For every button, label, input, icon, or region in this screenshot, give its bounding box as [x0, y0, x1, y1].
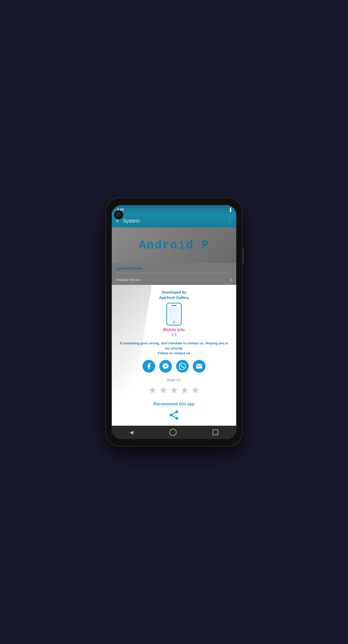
battery-icon: ▐ [229, 208, 231, 212]
contact-text: If something goes wrong, don't hesitate … [116, 341, 232, 356]
content-area: Android P System Details Android Version… [112, 227, 236, 426]
whatsapp-button[interactable] [176, 360, 189, 373]
svg-point-0 [176, 410, 178, 413]
share-icon [168, 409, 180, 421]
star-4[interactable]: ★ [180, 385, 189, 396]
navigation-bar: ◀ [112, 426, 236, 439]
recents-button[interactable] [213, 430, 218, 435]
social-icons-row [143, 360, 205, 373]
more-options-icon[interactable]: ⋮ [227, 218, 232, 224]
phone-screen: 4:07 ▐ ≡ System ⋮ Android P System Detai… [112, 205, 236, 439]
about-section: Developed by AppTech Gallery Mobile Info… [112, 285, 236, 426]
stars-row[interactable]: ★ ★ ★ ★ ★ [148, 385, 200, 396]
rate-us-label: Rate Us [167, 378, 181, 382]
phone-device: 4:07 ▐ ≡ System ⋮ Android P System Detai… [105, 197, 243, 447]
recommend-label: Recommend this app [153, 402, 195, 406]
svg-line-3 [172, 416, 176, 417]
svg-point-2 [176, 417, 178, 420]
android-version-label: Android Version [116, 278, 141, 282]
status-icons: ▐ [229, 208, 231, 212]
svg-point-1 [170, 413, 173, 416]
system-details-title: System Details [116, 266, 232, 270]
phone-icon-speaker [171, 305, 177, 306]
messenger-icon [162, 363, 169, 370]
back-button[interactable]: ◀ [130, 430, 133, 435]
phone-icon-screen [169, 307, 179, 320]
status-bar: 4:07 ▐ [112, 205, 236, 214]
star-3[interactable]: ★ [170, 385, 178, 396]
front-camera [114, 210, 123, 219]
phone-icon-button [173, 321, 175, 323]
home-button[interactable] [169, 429, 177, 436]
star-5[interactable]: ★ [191, 385, 200, 396]
whatsapp-icon [179, 363, 186, 370]
facebook-icon [145, 363, 152, 370]
messenger-button[interactable] [159, 360, 172, 373]
email-button[interactable] [193, 360, 205, 373]
android-version-text: Android P [139, 238, 209, 252]
divider [116, 273, 232, 273]
system-details-section: System Details Android Version 9 [112, 263, 236, 285]
share-button[interactable] [168, 409, 180, 422]
home-circle-icon [169, 429, 177, 436]
app-icon [166, 303, 182, 326]
star-1[interactable]: ★ [148, 385, 157, 396]
android-version-row: Android Version 9 [116, 276, 232, 285]
android-banner: Android P [112, 227, 236, 263]
app-version-text: 1.5 [171, 333, 176, 337]
email-icon [196, 363, 203, 370]
app-bar: ≡ System ⋮ [112, 214, 236, 227]
camera-lens [116, 212, 121, 218]
svg-line-4 [172, 412, 176, 414]
recents-square-icon [213, 430, 218, 435]
developed-by-text: Developed by [162, 290, 186, 294]
android-version-value: 9 [230, 278, 232, 282]
app-bar-title: System [123, 218, 227, 224]
star-2[interactable]: ★ [159, 385, 168, 396]
company-name-text: AppTech Gallery [159, 295, 189, 300]
facebook-button[interactable] [143, 360, 155, 373]
app-name-text: Mobile Info [163, 328, 185, 332]
